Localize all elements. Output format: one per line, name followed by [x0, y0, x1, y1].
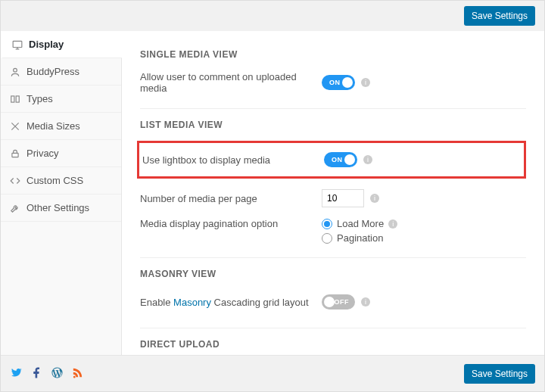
toggle-use-lightbox[interactable]: ON [324, 152, 357, 167]
radio-label: Load More [337, 218, 384, 229]
section-title-list-media: LIST MEDIA VIEW [140, 120, 526, 130]
display-icon [12, 39, 23, 50]
setting-label: Allow user to comment on uploaded media [140, 71, 322, 94]
media-sizes-icon [10, 121, 20, 132]
svg-point-1 [14, 68, 17, 72]
highlight-lightbox-setting: Use lightbox to display media ON i [137, 141, 526, 179]
setting-label: Number of media per page [140, 193, 322, 204]
header-bar: Save Settings [1, 1, 544, 31]
sidebar: Display BuddyPress Types Media Sizes Pri… [1, 31, 122, 355]
sidebar-item-custom-css[interactable]: Custom CSS [1, 167, 121, 194]
wrench-icon [10, 203, 20, 213]
sidebar-item-display[interactable]: Display [1, 31, 122, 58]
radio-load-more[interactable] [322, 219, 332, 229]
sidebar-item-label: Other Settings [26, 202, 89, 213]
section-title-masonry: MASONRY VIEW [140, 269, 526, 279]
radio-label: Pagination [337, 232, 383, 244]
sidebar-item-types[interactable]: Types [1, 86, 121, 113]
setting-label: Enable Masonry Cascading grid layout [140, 297, 322, 308]
svg-rect-2 [11, 95, 14, 101]
buddypress-icon [10, 67, 20, 77]
types-icon [10, 94, 20, 104]
toggle-masonry[interactable]: OFF [322, 294, 355, 310]
sidebar-item-label: Types [26, 93, 53, 104]
radio-pagination[interactable] [322, 233, 332, 244]
svg-rect-3 [16, 95, 19, 101]
setting-label: Use lightbox to display media [142, 154, 324, 166]
toggle-knob [342, 77, 353, 88]
sidebar-item-other-settings[interactable]: Other Settings [1, 194, 121, 222]
help-icon[interactable]: i [388, 219, 397, 229]
setting-media-per-page: Number of media per page i [140, 186, 526, 210]
help-icon[interactable]: i [363, 155, 372, 164]
help-icon[interactable]: i [361, 78, 370, 87]
wordpress-icon[interactable] [51, 366, 64, 381]
setting-label: Media display pagination option [140, 218, 322, 229]
rss-icon[interactable] [71, 366, 84, 381]
sidebar-item-label: Privacy [26, 148, 59, 159]
masonry-link[interactable]: Masonry [173, 297, 211, 308]
code-icon [10, 176, 20, 186]
save-settings-button-top[interactable]: Save Settings [464, 6, 535, 26]
sidebar-item-label: BuddyPress [26, 66, 79, 77]
save-settings-button-bottom[interactable]: Save Settings [464, 364, 535, 384]
toggle-knob [344, 154, 355, 165]
setting-masonry: Enable Masonry Cascading grid layout OFF… [140, 290, 526, 314]
sidebar-item-label: Media Sizes [26, 120, 80, 132]
content-panel: SINGLE MEDIA VIEW Allow user to comment … [122, 31, 544, 355]
setting-use-lightbox: Use lightbox to display media ON i [139, 148, 518, 172]
sidebar-item-buddypress[interactable]: BuddyPress [1, 58, 121, 86]
section-title-single-media: SINGLE MEDIA VIEW [140, 49, 526, 60]
twitter-icon[interactable] [10, 366, 23, 381]
media-per-page-input[interactable] [322, 189, 364, 207]
section-title-direct-upload: DIRECT UPLOAD [140, 339, 526, 350]
help-icon[interactable]: i [370, 194, 379, 203]
toggle-allow-comment[interactable]: ON [322, 75, 355, 90]
sidebar-item-privacy[interactable]: Privacy [1, 140, 121, 167]
social-links [10, 366, 84, 381]
sidebar-item-label: Custom CSS [26, 175, 83, 186]
lock-icon [10, 148, 20, 159]
setting-pagination-option: Media display pagination option Load Mor… [140, 218, 526, 244]
sidebar-item-media-sizes[interactable]: Media Sizes [1, 113, 121, 140]
svg-rect-0 [13, 41, 22, 47]
setting-allow-comment: Allow user to comment on uploaded media … [140, 70, 526, 95]
help-icon[interactable]: i [361, 297, 370, 306]
sidebar-item-label: Display [29, 39, 64, 50]
svg-rect-4 [12, 153, 18, 157]
toggle-knob [324, 297, 335, 307]
footer-bar: Save Settings [1, 355, 544, 391]
facebook-icon[interactable] [30, 366, 43, 381]
